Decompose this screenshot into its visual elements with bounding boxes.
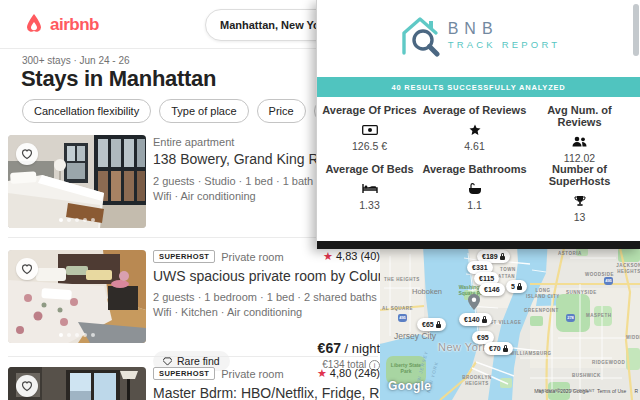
bed-icon (317, 182, 422, 195)
stats-row-1: Average Of Prices 126.5 € Average of Rev… (317, 104, 632, 164)
airbnb-search-page: airbnb Manhattan, New York, NY Jun 24 - … (0, 0, 640, 400)
map-data-credit: Map data ©2020 Google (534, 388, 589, 394)
highway-shield: 495 (604, 277, 613, 285)
bnb-track-report-logo: BNB TRACK REPORT (317, 13, 640, 57)
map-label: MASPETH (586, 313, 612, 319)
map-label: BROOKLYN HEIGHTS (462, 375, 492, 387)
airbnb-logo[interactable]: airbnb (22, 11, 99, 39)
airbnb-belo-icon (22, 11, 46, 39)
listing-rating: ★ 4,83 (40) (323, 250, 380, 263)
stats-row-2: Average Of Beds 1.33 Average Bathrooms 1… (317, 163, 632, 223)
page-title: Stays in Manhattan (21, 66, 216, 92)
map-price-pin[interactable]: 5 (506, 280, 527, 293)
analysis-status-banner: 40 RESULTS SUCCESSFULLY ANALYZED (317, 77, 640, 97)
stat-average-reviews: Average of Reviews 4.61 (422, 104, 527, 164)
lock-icon (482, 319, 487, 323)
favorite-button[interactable] (16, 258, 38, 280)
map-label: GREENPOINT (524, 308, 559, 314)
map-label: TOWN (500, 267, 516, 273)
lock-icon (500, 256, 505, 260)
highway-shield: 495 (398, 314, 407, 322)
listing-rating: ★ 4,80 (246) (317, 367, 380, 380)
results-count-line: 300+ stays · Jun 24 - 26 (22, 55, 130, 66)
map-price-pin[interactable]: €65 (417, 318, 446, 331)
listing-details: 2 guests · 1 bedroom · 1 bed · 2 shared … (153, 291, 380, 303)
favorite-button[interactable] (16, 375, 38, 397)
star-icon (422, 123, 527, 136)
listing-title[interactable]: Master Bdrm: HBO/Netflix, Fridge, Rona F… (153, 385, 380, 400)
filter-price[interactable]: Price (257, 99, 306, 123)
map-label: ST VILLAGE (490, 320, 522, 326)
bath-icon (422, 182, 527, 195)
listing-photo[interactable] (8, 367, 146, 400)
listing-card[interactable]: SUPERHOST Private room ★ 4,80 (246) Mast… (153, 367, 380, 400)
heart-icon (21, 263, 33, 275)
listing-type: Private room (221, 251, 283, 263)
trophy-icon (527, 194, 632, 207)
map-label: THE HEIGHTS (384, 277, 420, 283)
map-label: ATTAN (498, 274, 515, 280)
bnb-track-report-popup: BNB TRACK REPORT 40 RESULTS SUCCESSFULLY… (316, 0, 640, 249)
map-label: JACKSON HEIGHTS (616, 263, 640, 275)
stat-number-superhosts: Number of SuperHosts 13 (527, 163, 632, 223)
stat-average-bathrooms: Average Bathrooms 1.1 (422, 163, 527, 223)
star-icon: ★ (323, 250, 333, 262)
map-label: BUSHWICK (572, 373, 601, 379)
map-label: LONG ISLAND CITY (525, 288, 561, 300)
map-label: RIDGEWOOD (592, 360, 625, 366)
map-label: AL SQUARE (382, 306, 413, 312)
people-icon (527, 135, 632, 148)
brand-subtitle: TRACK REPORT (448, 39, 561, 50)
filter-type-of-place[interactable]: Type of place (159, 99, 248, 123)
map-price-pin[interactable]: €70 (484, 342, 513, 355)
lock-icon (503, 348, 508, 352)
lock-icon (436, 324, 441, 328)
airbnb-wordmark: airbnb (50, 15, 99, 35)
map-label: MIDDLE (626, 335, 640, 341)
heart-icon (21, 380, 33, 392)
map-label: SUNNYSIDE (566, 290, 597, 296)
listing-amenities: Wifi · Kitchen · Air conditioning (153, 306, 380, 318)
listing-photo[interactable] (8, 250, 146, 343)
carousel-dots[interactable] (8, 333, 146, 337)
popup-footer-bar (317, 241, 640, 249)
listing-price: €67 / night (318, 340, 380, 356)
money-icon (317, 123, 422, 136)
google-logo[interactable]: Google (388, 379, 431, 393)
map-label: Hoboken (412, 287, 442, 296)
heart-icon (21, 148, 33, 160)
brand-name: BNB (448, 20, 561, 38)
stat-average-beds: Average Of Beds 1.33 (317, 163, 422, 223)
highway-shield: 278 (566, 314, 575, 322)
map-price-pin[interactable]: €146 (479, 283, 505, 296)
listing-type: Private room (221, 368, 283, 380)
map-label: Jersey City (394, 331, 436, 341)
star-icon: ★ (317, 367, 327, 379)
map-label: ASTORIA (558, 251, 582, 257)
map-price-pin[interactable]: €140 (459, 313, 492, 326)
favorite-button[interactable] (16, 143, 38, 165)
terms-of-use-link[interactable]: Terms of Use (597, 388, 626, 394)
stat-avg-num-reviews: Avg Num. of Reviews 112.02 (527, 104, 632, 164)
carousel-dots[interactable] (8, 218, 146, 222)
stat-average-prices: Average Of Prices 126.5 € (317, 104, 422, 164)
superhost-badge: SUPERHOST (153, 367, 215, 380)
map-attribution: Map data ©2020 Google Terms of Use R (534, 388, 638, 394)
card-divider (8, 356, 378, 357)
listing-photo[interactable] (8, 135, 146, 228)
house-magnifier-icon (397, 13, 441, 57)
lock-icon (517, 286, 522, 290)
map-marker-icon[interactable] (468, 294, 480, 314)
gem-icon (163, 357, 172, 366)
listing-card[interactable]: SUPERHOST Private room ★ 4,83 (40) UWS s… (153, 250, 380, 371)
filter-cancellation-flexibility[interactable]: Cancellation flexibility (22, 99, 151, 123)
popup-scrollbar-thumb[interactable] (633, 4, 639, 56)
listing-title[interactable]: UWS spacious private room by Columbia UN… (153, 268, 380, 284)
map-label: WILLIAMSBURG (510, 351, 552, 357)
superhost-badge: SUPERHOST (153, 250, 215, 263)
